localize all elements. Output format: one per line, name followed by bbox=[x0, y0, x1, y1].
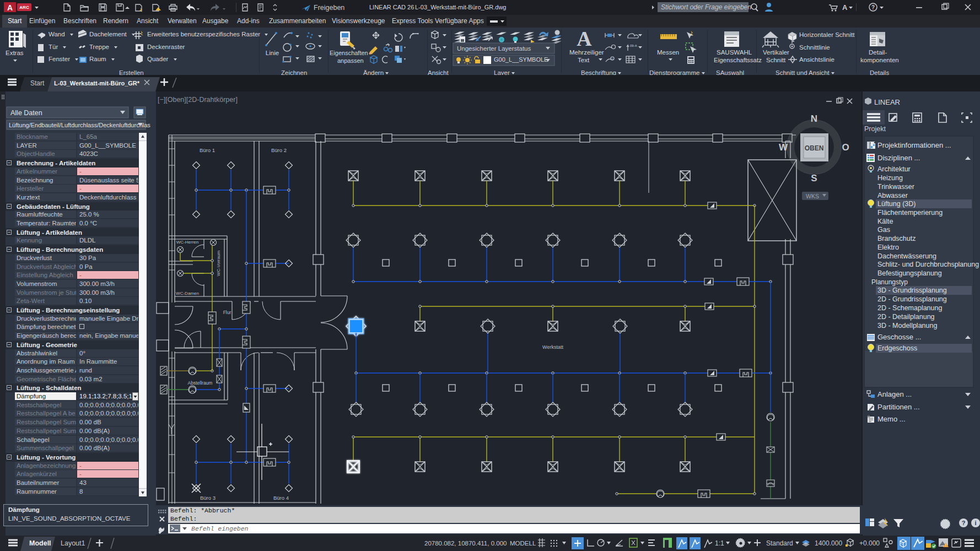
svg-text:1400.000: 1400.000 bbox=[815, 539, 842, 547]
svg-text:Büro 2: Büro 2 bbox=[271, 147, 287, 153]
svg-text:Lüftung/Endbauteil/Luftdurchla: Lüftung/Endbauteil/Luftdurchlass/Deckenl… bbox=[9, 122, 150, 128]
svg-text:Alle Daten: Alle Daten bbox=[10, 109, 42, 117]
svg-text:WKS: WKS bbox=[806, 193, 819, 199]
svg-text:A: A bbox=[577, 28, 592, 50]
svg-text:Standard: Standard bbox=[766, 539, 793, 547]
svg-text:Ungesicherter Layerstatus: Ungesicherter Layerstatus bbox=[457, 45, 531, 52]
svg-text:G00_L__SYMBOLE: G00_L__SYMBOLE bbox=[494, 56, 548, 63]
svg-text:N: N bbox=[811, 114, 817, 124]
svg-text:W: W bbox=[779, 142, 788, 153]
svg-text:Modell: Modell bbox=[29, 539, 51, 547]
svg-text:Layout1: Layout1 bbox=[61, 539, 85, 547]
svg-text:Stichwort oder Frage eingeben: Stichwort oder Frage eingeben bbox=[661, 3, 751, 11]
svg-text:1:1: 1:1 bbox=[715, 539, 724, 547]
svg-text:1: 1 bbox=[612, 57, 613, 61]
svg-text:+0.000: +0.000 bbox=[859, 539, 880, 547]
svg-text:LINEAR CAD 26: LINEAR CAD 26 bbox=[369, 4, 414, 10]
svg-text:!: ! bbox=[945, 543, 946, 547]
svg-text:ARC: ARC bbox=[19, 5, 29, 10]
svg-text:Start: Start bbox=[30, 79, 45, 87]
svg-text:?: ? bbox=[871, 4, 875, 10]
svg-text:i: i bbox=[974, 520, 976, 526]
svg-text:L-03_Werkstatt-mit-Büro_GR*: L-03_Werkstatt-mit-Büro_GR* bbox=[54, 80, 140, 87]
svg-text:?: ? bbox=[962, 520, 966, 526]
svg-text:Werkstatt: Werkstatt bbox=[542, 344, 563, 350]
svg-text:LINEAR: LINEAR bbox=[874, 98, 900, 106]
svg-text:09-A: 09-A bbox=[630, 44, 637, 47]
svg-text:20780.082, 10870.411, 0.000: 20780.082, 10870.411, 0.000 bbox=[424, 540, 507, 547]
svg-text:WC-Damen: WC-Damen bbox=[176, 291, 199, 296]
svg-text:Büro 3: Büro 3 bbox=[200, 495, 216, 501]
svg-text:L-03_Werkstatt-mit-Büro_GR.dwg: L-03_Werkstatt-mit-Büro_GR.dwg bbox=[415, 4, 506, 10]
svg-text:WC-Vorraum: WC-Vorraum bbox=[216, 251, 221, 277]
svg-text:Flur: Flur bbox=[223, 310, 231, 315]
svg-text:Abstellraum: Abstellraum bbox=[188, 380, 213, 386]
svg-text:Freigeben: Freigeben bbox=[314, 4, 344, 12]
svg-text:[−][Oben][2D-Drahtkörper]: [−][Oben][2D-Drahtkörper] bbox=[158, 96, 238, 104]
svg-text:A: A bbox=[7, 3, 13, 12]
svg-text:WC-Herren: WC-Herren bbox=[176, 240, 198, 245]
svg-text:S: S bbox=[811, 173, 817, 183]
svg-text:O: O bbox=[842, 142, 849, 153]
svg-text:MODELL: MODELL bbox=[510, 540, 536, 547]
svg-text:Büro 1: Büro 1 bbox=[200, 147, 215, 153]
svg-text:A: A bbox=[842, 3, 848, 12]
svg-text:Büro 4: Büro 4 bbox=[273, 495, 289, 501]
svg-text:Projekt: Projekt bbox=[864, 125, 886, 133]
svg-text:OBEN: OBEN bbox=[805, 144, 824, 152]
